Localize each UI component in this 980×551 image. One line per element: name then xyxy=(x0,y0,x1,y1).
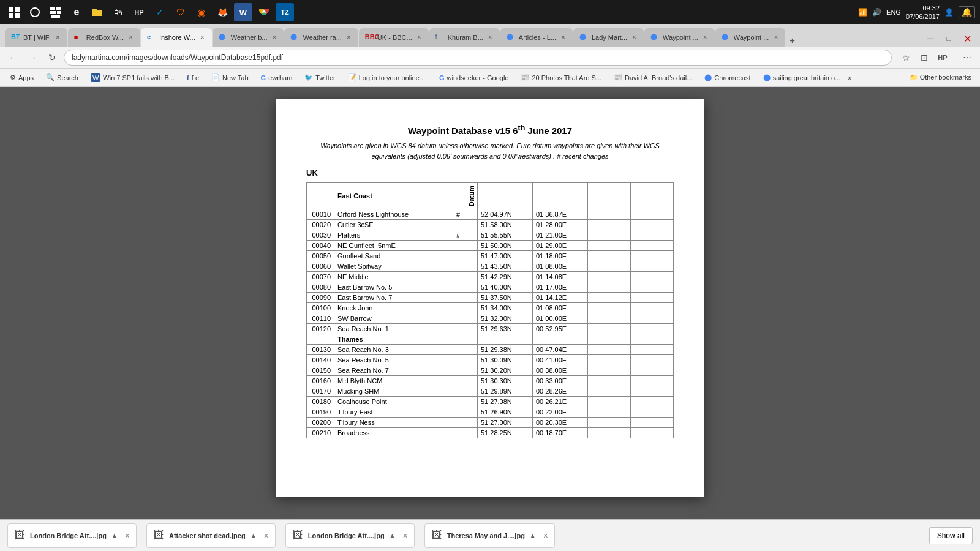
cell-lat: 51 43.50N xyxy=(478,261,533,272)
cell-marker xyxy=(453,407,466,418)
show-all-button[interactable]: Show all xyxy=(929,527,973,544)
firefox-taskbar-icon[interactable]: 🦊 xyxy=(213,3,232,21)
store-taskbar-icon[interactable]: 🛍 xyxy=(109,3,127,21)
cell-marker xyxy=(453,293,466,303)
bookmark-20photos[interactable]: 📰 20 Photos That Are S... xyxy=(516,72,606,83)
download-chevron-2[interactable]: ▲ xyxy=(390,532,396,539)
download-chevron-0[interactable]: ▲ xyxy=(111,532,118,539)
cell-extra2 xyxy=(631,418,674,428)
cell-lon: 00 20.30E xyxy=(533,418,588,428)
bookmark-chromecast[interactable]: ⬤ Chromecast xyxy=(699,72,755,83)
bookmark-search[interactable]: 🔍 Search xyxy=(41,72,83,83)
tab-close-lady-mart[interactable]: × xyxy=(631,33,638,42)
edge-taskbar-icon[interactable]: e xyxy=(67,3,86,21)
new-tab-button[interactable]: + xyxy=(786,36,798,47)
tab-close-khuram[interactable]: × xyxy=(487,33,494,42)
check-taskbar-icon[interactable]: ✓ xyxy=(151,3,169,21)
file-explorer-taskbar-icon[interactable] xyxy=(88,3,107,21)
tab-bt-wifi[interactable]: BT BT | WiFi × xyxy=(5,28,67,47)
tab-lady-mart[interactable]: ⬤ Lady Mart... × xyxy=(573,28,644,47)
hp-taskbar-icon[interactable]: HP xyxy=(130,3,148,21)
download-name-0: London Bridge Att....jpg xyxy=(30,532,107,539)
settings-button[interactable]: ⋯ xyxy=(959,50,975,66)
svg-rect-2 xyxy=(9,13,13,18)
minimize-button[interactable]: ─ xyxy=(922,31,938,47)
maximize-button[interactable]: □ xyxy=(941,31,957,47)
close-button[interactable]: ✕ xyxy=(959,31,975,47)
tab-close-weather-b[interactable]: × xyxy=(271,33,277,42)
chrome-taskbar-icon[interactable] xyxy=(255,3,273,21)
cell-extra2 xyxy=(631,355,674,365)
word-taskbar-icon[interactable]: W xyxy=(234,3,252,21)
cell-name: Mid Blyth NCM xyxy=(334,376,453,386)
start-button[interactable] xyxy=(5,3,23,21)
download-item-1[interactable]: 🖼 Attacker shot dead.jpeg ▲ × xyxy=(146,523,276,548)
tab-bbc[interactable]: BBC UK - BBC... × xyxy=(359,28,429,47)
bookmark-ewrham[interactable]: G ewrham xyxy=(256,73,298,83)
tab-redbox[interactable]: ■ RedBox W... × xyxy=(68,28,140,47)
notification-icon[interactable]: 🔔 xyxy=(959,6,975,18)
cast-button[interactable]: ⊡ xyxy=(916,50,932,66)
download-item-2[interactable]: 🖼 London Bridge Att....jpg ▲ × xyxy=(285,523,415,548)
photos-favicon: 📰 xyxy=(521,73,529,81)
bookmark-star-button[interactable]: ☆ xyxy=(898,50,914,66)
table-row: 00200 Tilbury Ness 51 27.00N 00 20.30E xyxy=(307,418,674,428)
table-row: 00210 Broadness 51 28.25N 00 18.70E xyxy=(307,428,674,438)
tab-close-redbox[interactable]: × xyxy=(127,33,134,42)
bookmark-newtab[interactable]: 📄 New Tab xyxy=(206,72,254,83)
task-view-button[interactable] xyxy=(47,3,65,21)
bookmark-login[interactable]: 📝 Log in to your online ... xyxy=(343,72,432,83)
download-chevron-3[interactable]: ▲ xyxy=(530,532,536,539)
table-row: Thames xyxy=(307,334,674,345)
address-input[interactable] xyxy=(64,50,892,66)
tab-close-bbc[interactable]: × xyxy=(416,33,423,42)
tab-khuram[interactable]: f Khuram B... × xyxy=(429,28,500,47)
refresh-button[interactable]: ↻ xyxy=(44,50,60,66)
clock[interactable]: 09:32 07/06/2017 xyxy=(906,4,940,21)
downloads-bar: 🖼 London Bridge Att....jpg ▲ × 🖼 Attacke… xyxy=(0,519,980,551)
forward-button[interactable]: → xyxy=(24,50,40,66)
col-code xyxy=(307,183,334,209)
bookmark-apps[interactable]: ⚙ Apps xyxy=(5,72,39,83)
tab-waypoint1[interactable]: ⬤ Waypoint ... × xyxy=(644,28,715,47)
tab-weather-b[interactable]: ⬤ Weather b... × xyxy=(213,28,284,47)
bookmarks-overflow[interactable]: » xyxy=(848,73,852,82)
cell-extra1 xyxy=(588,345,631,355)
download-close-3[interactable]: × xyxy=(543,531,548,541)
tab-inshore[interactable]: e Inshore W... × xyxy=(141,28,212,47)
tab-close-inshore[interactable]: × xyxy=(199,33,206,42)
tab-weather-r[interactable]: ⬤ Weather ra... × xyxy=(284,28,358,47)
tab-articles[interactable]: ⬤ Articles - L... × xyxy=(500,28,573,47)
table-row: 00190 Tilbury East 51 26.90N 00 22.00E xyxy=(307,407,674,418)
download-chevron-1[interactable]: ▲ xyxy=(251,532,257,539)
tab-close-weather-r[interactable]: × xyxy=(345,33,352,42)
download-item-3[interactable]: 🖼 Theresa May and J....jpg ▲ × xyxy=(424,523,555,548)
bookmark-windseeker[interactable]: G windseeker - Google xyxy=(434,73,513,83)
bookmark-win7[interactable]: W Win 7 SP1 fails with B... xyxy=(86,72,179,83)
tab-close-waypoint1[interactable]: × xyxy=(702,33,709,42)
download-item-0[interactable]: 🖼 London Bridge Att....jpg ▲ × xyxy=(7,523,137,548)
cortana-button[interactable] xyxy=(26,3,44,21)
download-close-2[interactable]: × xyxy=(403,531,408,541)
tz-taskbar-icon[interactable]: TZ xyxy=(276,3,294,21)
hp-button[interactable]: HP xyxy=(935,50,951,66)
bookmark-david[interactable]: 📰 David A. Broad's dail... xyxy=(609,72,697,83)
tab-close-bt-wifi[interactable]: × xyxy=(55,33,61,42)
other-bookmarks[interactable]: 📁 Other bookmarks xyxy=(906,72,975,83)
tab-waypoint2[interactable]: ⬤ Waypoint ... × xyxy=(715,28,786,47)
shield-taskbar-icon[interactable]: 🛡 xyxy=(172,3,190,21)
cell-marker xyxy=(453,428,466,438)
tab-close-waypoint2[interactable]: × xyxy=(772,33,779,42)
download-close-1[interactable]: × xyxy=(264,531,269,541)
lang-indicator[interactable]: ENG xyxy=(886,9,901,16)
bookmark-sailing[interactable]: ⬤ sailing great britain o... xyxy=(758,72,846,83)
back-button[interactable]: ← xyxy=(5,50,21,66)
cell-datum xyxy=(466,334,478,345)
cell-lat: 51 50.00N xyxy=(478,241,533,251)
tab-close-articles[interactable]: × xyxy=(560,33,567,42)
bookmark-facebook[interactable]: f f e xyxy=(182,73,204,83)
table-row: 00130 Sea Reach No. 3 51 29.38N 00 47.04… xyxy=(307,345,674,355)
download-close-0[interactable]: × xyxy=(125,531,130,541)
orange-taskbar-icon[interactable]: ◉ xyxy=(192,3,211,21)
bookmark-twitter[interactable]: 🐦 Twitter xyxy=(300,72,340,83)
